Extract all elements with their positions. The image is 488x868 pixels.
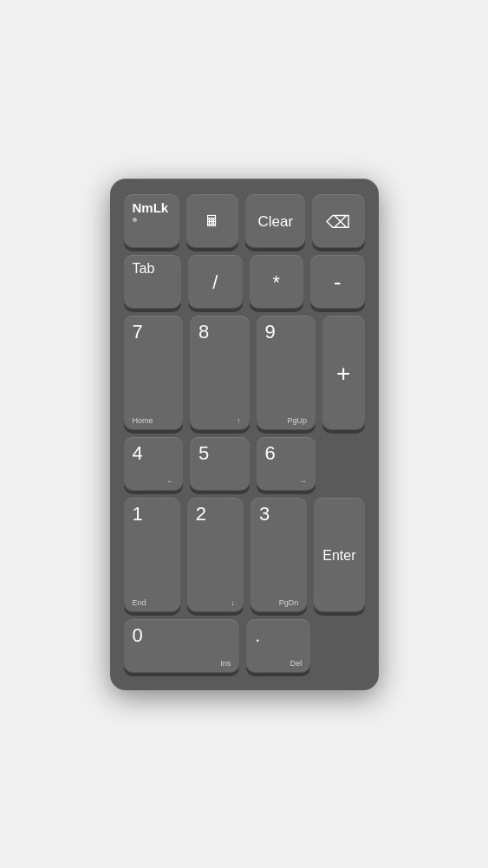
row-5: 1 End 2 ↓ 3 PgDn Enter [124,498,365,612]
key-clear[interactable]: Clear [245,194,305,248]
plus-spacer [322,437,365,491]
key-one[interactable]: 1 End [124,498,180,612]
seven-sub: Home [133,417,153,425]
zero-sub: Ins [220,660,231,668]
three-label: 3 [259,505,270,524]
numpad-body: NmLk 🖩 Clear ⌫ Tab / * - 7 Home [110,179,379,690]
key-tab[interactable]: Tab [124,255,182,309]
key-dot[interactable]: . Del [246,619,310,673]
key-nine[interactable]: 9 PgUp [257,316,316,430]
row-1: NmLk 🖩 Clear ⌫ [124,194,365,248]
key-zero[interactable]: 0 Ins [124,619,240,673]
slash-label: / [212,271,218,294]
key-plus[interactable]: + [322,316,365,430]
nine-sub: PgUp [287,417,307,425]
four-sub: ← [166,478,174,486]
enter-col: Enter [314,498,364,612]
backspace-icon: ⌫ [326,212,350,232]
four-label: 4 [133,444,143,463]
minus-label: - [334,269,342,296]
row-2: Tab / * - [124,255,365,309]
row-4: 4 ← 5 6 → [124,437,365,491]
row-6: 0 Ins . Del [124,619,365,673]
dot-sub: Del [290,660,303,668]
numlk-indicator [133,218,137,222]
key-numlk[interactable]: NmLk [124,194,180,248]
calc-icon: 🖩 [205,212,220,231]
key-six[interactable]: 6 → [257,437,316,491]
plus-label: + [336,360,350,388]
six-sub: → [299,478,307,486]
row-3: 7 Home 8 ↑ 9 PgUp + [124,316,365,430]
asterisk-label: * [273,271,281,294]
key-two[interactable]: 2 ↓ [187,498,244,612]
clear-label: Clear [257,214,293,229]
three-sub: PgDn [279,599,299,607]
key-five[interactable]: 5 [190,437,250,491]
seven-label: 7 [133,323,143,342]
one-label: 1 [133,505,143,524]
key-backspace[interactable]: ⌫ [312,194,364,248]
nine-label: 9 [265,323,276,342]
eight-label: 8 [198,323,209,342]
key-enter[interactable]: Enter [314,498,364,612]
eight-sub: ↑ [237,417,241,425]
five-label: 5 [198,444,209,463]
dot-label: . [255,626,260,645]
key-seven[interactable]: 7 Home [124,316,184,430]
one-sub: End [133,599,146,607]
numlk-label: NmLk [133,201,169,214]
key-slash[interactable]: / [188,255,242,309]
zero-label: 0 [133,626,143,645]
two-sub: ↓ [231,599,236,607]
two-label: 2 [196,505,206,524]
key-equals[interactable]: 🖩 [186,194,238,248]
key-minus[interactable]: - [310,255,364,309]
key-asterisk[interactable]: * [250,255,303,309]
key-eight[interactable]: 8 ↑ [190,316,250,430]
enter-label: Enter [322,549,355,563]
plus-col: + [322,316,365,430]
tab-label: Tab [133,262,155,276]
enter-spacer-bottom [317,619,364,673]
six-label: 6 [265,444,276,463]
key-four[interactable]: 4 ← [124,437,184,491]
key-three[interactable]: 3 PgDn [251,498,307,612]
